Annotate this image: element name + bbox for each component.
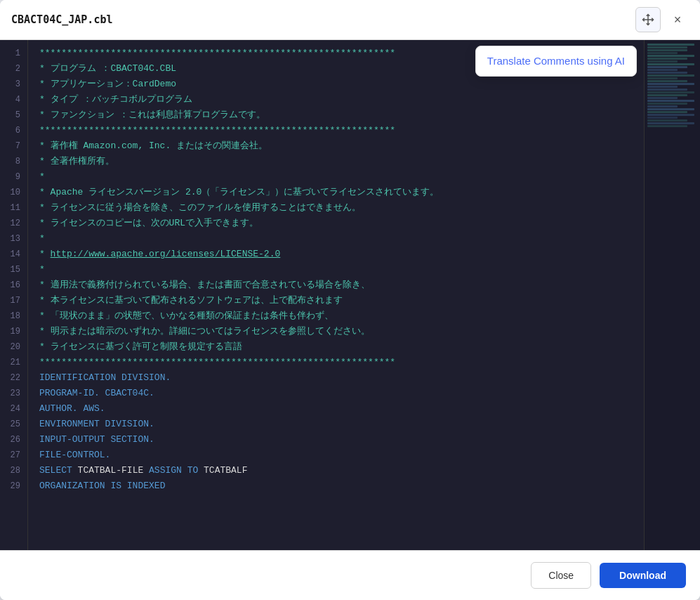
translate-tooltip: Translate Comments using AI xyxy=(475,46,637,77)
code-line-19: * 明示または暗示のいずれか。詳細についてはライセンスを参照してください。 xyxy=(28,324,644,339)
line-num-16: 16 xyxy=(0,278,27,293)
code-line-7: * 著作権 Amazon.com, Inc. またはその関連会社。 xyxy=(28,138,644,154)
line-num-5: 5 xyxy=(0,107,27,123)
code-line-6: ****************************************… xyxy=(28,123,644,138)
code-line-11: * ライセンスに従う場合を除き、このファイルを使用することはできません。 xyxy=(28,200,644,216)
code-line-23: PROGRAM-ID. CBACT04C. xyxy=(28,386,644,401)
line-num-19: 19 xyxy=(0,324,27,339)
code-line-20: * ライセンスに基づく許可と制限を規定する言語 xyxy=(28,339,644,355)
line-num-7: 7 xyxy=(0,138,27,154)
line-num-8: 8 xyxy=(0,154,27,169)
line-num-2: 2 xyxy=(0,61,27,77)
line-num-17: 17 xyxy=(0,293,27,308)
code-line-10: * Apache ライセンスバージョン 2.0（「ライセンス」）に基づいてライセ… xyxy=(28,185,644,200)
code-line-17: * 本ライセンスに基づいて配布されるソフトウェアは、上で配布されます xyxy=(28,293,644,308)
translate-tooltip-text: Translate Comments using AI xyxy=(487,55,625,67)
code-line-4: * タイプ ：バッチコボルプログラム xyxy=(28,92,644,107)
code-line-12: * ライセンスのコピーは、次のURLで入手できます。 xyxy=(28,216,644,231)
move-icon-button[interactable] xyxy=(635,7,661,32)
line-num-14: 14 xyxy=(0,247,27,262)
line-num-10: 10 xyxy=(0,185,27,200)
line-num-22: 22 xyxy=(0,370,27,386)
code-line-15: * xyxy=(28,262,644,278)
line-num-26: 26 xyxy=(0,432,27,448)
code-line-21: ****************************************… xyxy=(28,355,644,370)
modal-header: CBACT04C_JAP.cbl × xyxy=(0,0,700,40)
line-num-25: 25 xyxy=(0,417,27,432)
line-num-11: 11 xyxy=(0,200,27,216)
line-num-23: 23 xyxy=(0,386,27,401)
code-line-9: * xyxy=(28,169,644,185)
code-line-26: INPUT-OUTPUT SECTION. xyxy=(28,432,644,448)
sidebar-minimap xyxy=(644,40,700,550)
code-line-13: * xyxy=(28,231,644,247)
line-num-21: 21 xyxy=(0,355,27,370)
line-num-27: 27 xyxy=(0,448,27,463)
line-num-6: 6 xyxy=(0,123,27,138)
code-line-27: FILE-CONTROL. xyxy=(28,448,644,463)
code-line-28: SELECT TCATBAL-FILE ASSIGN TO TCATBALF xyxy=(28,463,644,478)
header-actions: × xyxy=(635,7,689,32)
line-num-28: 28 xyxy=(0,463,27,478)
close-icon-button[interactable]: × xyxy=(666,8,689,31)
modal: CBACT04C_JAP.cbl × Translate Comments us… xyxy=(0,0,700,600)
code-line-24: AUTHOR. AWS. xyxy=(28,401,644,417)
code-text: ****************************************… xyxy=(28,40,644,550)
line-num-4: 4 xyxy=(0,92,27,107)
code-line-14: * http://www.apache.org/licenses/LICENSE… xyxy=(28,247,644,262)
modal-body: Translate Comments using AI 1 2 3 4 5 6 … xyxy=(0,40,700,550)
line-num-13: 13 xyxy=(0,231,27,247)
download-button[interactable]: Download xyxy=(600,563,686,588)
code-line-8: * 全著作権所有。 xyxy=(28,154,644,169)
code-line-22: IDENTIFICATION DIVISION. xyxy=(28,370,644,386)
modal-title: CBACT04C_JAP.cbl xyxy=(11,13,113,26)
line-num-29: 29 xyxy=(0,478,27,494)
code-line-18: * 「現状のまま」の状態で、いかなる種類の保証または条件も伴わず、 xyxy=(28,308,644,324)
close-button[interactable]: Close xyxy=(531,562,591,589)
code-line-25: ENVIRONMENT DIVISION. xyxy=(28,417,644,432)
code-line-3: * アプリケーション：CardDemo xyxy=(28,77,644,92)
code-line-16: * 適用法で義務付けられている場合、または書面で合意されている場合を除き、 xyxy=(28,278,644,293)
code-editor[interactable]: 1 2 3 4 5 6 7 8 9 10 11 12 13 14 15 16 1… xyxy=(0,40,644,550)
line-num-9: 9 xyxy=(0,169,27,185)
code-line-5: * ファンクション ：これは利息計算プログラムです。 xyxy=(28,107,644,123)
line-num-15: 15 xyxy=(0,262,27,278)
code-line-29: ORGANIZATION IS INDEXED xyxy=(28,478,644,494)
line-num-1: 1 xyxy=(0,46,27,61)
modal-footer: Close Download xyxy=(0,550,700,600)
line-numbers: 1 2 3 4 5 6 7 8 9 10 11 12 13 14 15 16 1… xyxy=(0,40,28,550)
line-num-12: 12 xyxy=(0,216,27,231)
line-num-20: 20 xyxy=(0,339,27,355)
line-num-24: 24 xyxy=(0,401,27,417)
line-num-18: 18 xyxy=(0,308,27,324)
line-num-3: 3 xyxy=(0,77,27,92)
